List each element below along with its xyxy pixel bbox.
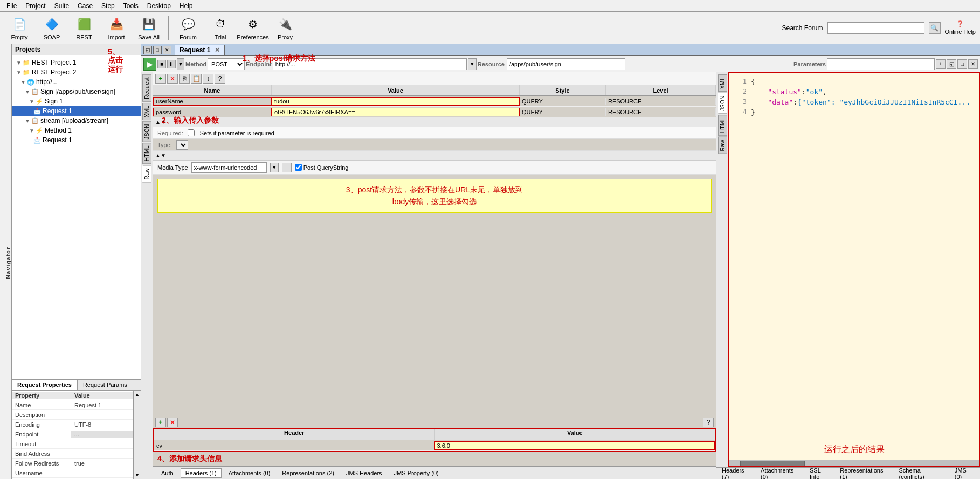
- bottom-tab-auth[interactable]: Auth: [156, 468, 178, 478]
- vert-tab-xml[interactable]: XML: [142, 103, 151, 120]
- menu-step[interactable]: Step: [97, 1, 119, 11]
- menu-file[interactable]: File: [2, 1, 21, 11]
- request-tab-1[interactable]: Request 1 ✕: [175, 45, 225, 55]
- params-move-btn[interactable]: ↕: [203, 74, 213, 84]
- tab-maximize-btn[interactable]: □: [153, 46, 162, 54]
- vert-tab-request[interactable]: Request: [142, 74, 151, 102]
- param-val-username[interactable]: tudou: [272, 97, 520, 106]
- tree-item-request1b[interactable]: 📩 Request 1: [12, 135, 141, 145]
- bottom-tab-representations[interactable]: Representations (2): [277, 468, 339, 478]
- header-cell-cv-value[interactable]: 3.6.0: [434, 441, 715, 450]
- required-checkbox[interactable]: [188, 129, 195, 136]
- expand-btn[interactable]: ▲▼: [155, 119, 166, 125]
- right-tab-headers[interactable]: Headers (7): [719, 466, 755, 480]
- bottom-tab-headers[interactable]: Headers (1): [181, 468, 222, 478]
- online-help-button[interactable]: ❓ Online Help: [945, 20, 976, 35]
- resource-input[interactable]: [507, 58, 625, 70]
- expand-btn-2[interactable]: ▲▼: [155, 152, 166, 158]
- toolbar-proxy-button[interactable]: 🔌 Proxy: [270, 14, 300, 42]
- toolbar-preferences-button[interactable]: ⚙ Preferences: [238, 14, 268, 42]
- media-type-input[interactable]: [191, 162, 267, 173]
- media-type-dropdown[interactable]: ▼: [270, 163, 279, 172]
- param-close-btn[interactable]: ✕: [968, 59, 978, 69]
- folder-icon-rest2: 📁: [23, 69, 30, 76]
- header-help-btn[interactable]: ?: [703, 418, 714, 427]
- menu-project[interactable]: Project: [21, 1, 50, 11]
- param-restore-btn[interactable]: ◱: [947, 59, 956, 69]
- tab-close-top-btn[interactable]: ✕: [163, 46, 171, 54]
- right-tab-ssl[interactable]: SSL Info: [806, 466, 834, 480]
- media-type-row: Media Type ▼ … Post QueryString: [153, 161, 716, 175]
- tree-item-sign[interactable]: ▼ 📋 Sign [/apps/pub/user/sign]: [12, 87, 141, 96]
- params-help-btn[interactable]: ?: [215, 74, 225, 84]
- toolbar-import-button[interactable]: 📥 Import: [101, 14, 132, 42]
- search-forum-input[interactable]: [827, 22, 924, 34]
- right-tab-representations[interactable]: Representations (1): [837, 466, 893, 480]
- response-scrollbar-h[interactable]: [729, 460, 979, 466]
- method-select[interactable]: POST GET PUT DELETE: [208, 58, 245, 70]
- menu-desktop[interactable]: Desktop: [143, 1, 175, 11]
- toolbar-saveall-button[interactable]: 💾 Save All: [134, 14, 164, 42]
- endpoint-input[interactable]: [273, 58, 467, 70]
- props-tab-request[interactable]: Request Properties: [12, 380, 78, 390]
- scrollbar-thumb[interactable]: [740, 461, 805, 466]
- tree-item-http[interactable]: ▼ 🌐 http://...: [12, 77, 141, 87]
- stop-button[interactable]: ■: [157, 60, 166, 68]
- menu-help[interactable]: Help: [175, 1, 197, 11]
- right-vert-tab-raw[interactable]: Raw: [718, 137, 727, 154]
- vert-tab-json[interactable]: JSON: [142, 121, 151, 142]
- tab-restore-btn[interactable]: ◱: [143, 46, 152, 54]
- params-delete-btn[interactable]: ✕: [167, 74, 178, 84]
- type-select[interactable]: [176, 140, 188, 150]
- tree-item-rest1[interactable]: ▼ 📁 REST Project 1: [12, 58, 141, 67]
- media-type-browse[interactable]: …: [282, 163, 292, 172]
- menu-tools[interactable]: Tools: [119, 1, 143, 11]
- menu-case[interactable]: Case: [73, 1, 97, 11]
- bottom-tab-jms-headers[interactable]: JMS Headers: [341, 468, 387, 478]
- props-tab-params[interactable]: Request Params: [78, 380, 133, 390]
- parameters-input[interactable]: [827, 58, 935, 70]
- param-add-btn[interactable]: +: [936, 59, 946, 69]
- run-button[interactable]: ▶: [143, 58, 156, 71]
- toolbar-forum-button[interactable]: 💬 Forum: [173, 14, 203, 42]
- tree-item-request1[interactable]: 📩 Request 1: [12, 106, 141, 116]
- search-forum-btn[interactable]: 🔍: [929, 22, 941, 34]
- right-tab-schema[interactable]: Schema (conflicts): [896, 466, 949, 480]
- toolbar-trial-button[interactable]: ⏱ Trial: [205, 14, 236, 42]
- tree-item-method1[interactable]: ▼ ⚡ Method 1: [12, 126, 141, 135]
- props-scrollbar[interactable]: ▲ ▼: [133, 391, 141, 479]
- navigator-sidebar[interactable]: Navigator: [0, 44, 12, 479]
- right-vert-tab-xml[interactable]: XML: [718, 74, 727, 92]
- vert-tab-raw[interactable]: Raw: [142, 165, 151, 183]
- header-delete-btn[interactable]: ✕: [167, 418, 178, 427]
- param-max-btn[interactable]: □: [957, 59, 967, 69]
- pause-button[interactable]: ⏸: [167, 60, 176, 68]
- right-vert-tab-json[interactable]: JSON: [718, 93, 727, 114]
- vert-tab-html[interactable]: HTML: [142, 143, 151, 164]
- toolbar-soap-button[interactable]: 🔷 SOAP: [37, 14, 67, 42]
- right-vert-tab-html[interactable]: HTML: [718, 115, 727, 136]
- params-add-btn[interactable]: +: [155, 74, 166, 84]
- tree-item-stream[interactable]: ▼ 📋 stream [/upload/stream]: [12, 116, 141, 126]
- params-paste-btn[interactable]: 📋: [191, 74, 202, 84]
- header-cell-cv-name[interactable]: cv: [154, 442, 434, 449]
- bottom-tab-attachments[interactable]: Attachments (0): [224, 468, 275, 478]
- endpoint-dropdown[interactable]: ▼: [468, 58, 477, 70]
- tree-item-sign1[interactable]: ▼ ⚡ Sign 1: [12, 96, 141, 106]
- method-dropdown-arrow[interactable]: ▼: [177, 58, 184, 70]
- header-add-btn[interactable]: +: [155, 418, 166, 427]
- params-copy-btn[interactable]: ⎘: [179, 74, 190, 84]
- prop-val-desc: [71, 414, 133, 415]
- toolbar-empty-button[interactable]: 📄 Empty: [4, 14, 34, 42]
- param-name-username[interactable]: userName: [153, 97, 272, 106]
- bottom-tab-jms-property[interactable]: JMS Property (0): [389, 468, 444, 478]
- tree-item-rest2[interactable]: ▼ 📁 REST Project 2: [12, 67, 141, 77]
- right-tab-jms[interactable]: JMS (0): [951, 466, 978, 480]
- toolbar-rest-button[interactable]: 🟩 REST: [69, 14, 99, 42]
- param-val-password[interactable]: otR/TEN5O6Jw6r7x9EIRXA==: [272, 108, 520, 116]
- post-querystring-checkbox[interactable]: [295, 164, 302, 171]
- right-tab-attachments[interactable]: Attachments (0): [757, 466, 804, 480]
- request-tab-close[interactable]: ✕: [215, 46, 220, 54]
- menu-suite[interactable]: Suite: [50, 1, 73, 11]
- param-name-password[interactable]: password: [153, 108, 272, 116]
